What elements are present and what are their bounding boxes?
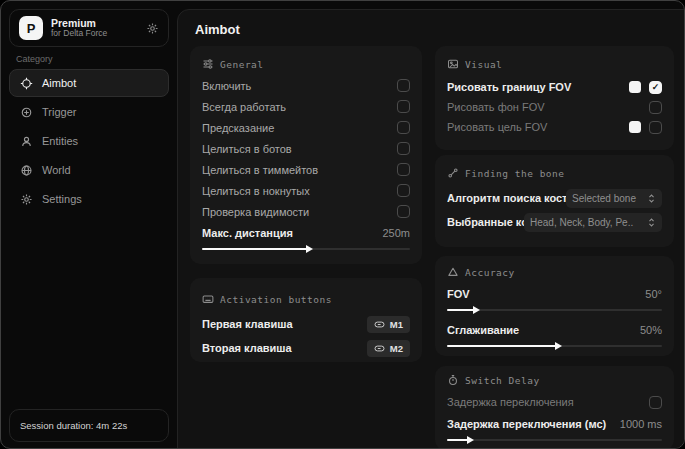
checkbox[interactable] (397, 163, 410, 176)
keybind-value: M2 (390, 343, 403, 354)
keybind-button[interactable]: M1 (367, 316, 410, 333)
sidebar-nav: Aimbot Trigger Entities (9, 69, 169, 213)
sidebar-item-trigger[interactable]: Trigger (9, 98, 169, 126)
gear-icon (19, 193, 33, 206)
checkbox[interactable] (397, 142, 410, 155)
mouse-icon (374, 343, 385, 354)
slider-label: Задержка переключения (мс) (447, 418, 606, 430)
sidebar-item-settings[interactable]: Settings (9, 185, 169, 213)
keyboard-icon (202, 293, 214, 305)
toggle-label: Включить (202, 80, 251, 92)
checkbox[interactable] (397, 121, 410, 134)
checkbox[interactable] (397, 100, 410, 113)
fov-slider-block: FOV 50° (447, 284, 662, 311)
slider-value: 250m (382, 227, 410, 239)
visual-label: Рисовать фон FOV (447, 101, 649, 113)
dropdown-row: Алгоритм поиска кост Selected bone (447, 186, 662, 210)
unfold-icon (647, 217, 656, 228)
switch-delay-slider-block: Задержка переключения (мс) 1000 ms (447, 414, 662, 441)
unfold-icon (647, 193, 656, 204)
visual-label: Рисовать границу FOV (447, 81, 629, 93)
selected-bones-select[interactable]: Head, Neck, Body, Pe.. (524, 213, 662, 232)
keybind-label: Первая клавиша (202, 318, 293, 330)
brand-card: P Premium for Delta Force (9, 9, 169, 47)
sliders-icon (202, 58, 214, 70)
trigger-icon (19, 106, 33, 119)
toggle-label: Целиться в тиммейтов (202, 164, 318, 176)
section-general-header: General (202, 55, 410, 73)
section-visual-header: Visual (447, 55, 662, 73)
visual-label: Рисовать цель FOV (447, 121, 629, 133)
toggle-label: Всегда работать (202, 101, 286, 113)
brand-logo: P (19, 16, 43, 40)
toggle-row: Целиться в нокнутых (202, 180, 410, 201)
checkbox[interactable] (649, 101, 662, 114)
checkbox[interactable] (397, 184, 410, 197)
crosshair-icon (19, 77, 33, 90)
keybind-button[interactable]: M2 (367, 340, 410, 357)
section-activation-buttons: Activation buttons Первая клавиша M1 Вто… (190, 278, 422, 362)
slider-value: 1000 ms (620, 418, 662, 430)
slider-value: 50° (645, 288, 662, 300)
toggle-label: Целиться в ботов (202, 143, 292, 155)
section-switch-header: Switch Delay (447, 371, 662, 389)
visual-row: Рисовать границу FOV (447, 77, 662, 97)
keybind-row: Вторая клавиша M2 (202, 336, 410, 360)
slider-value: 50% (640, 324, 662, 336)
entities-icon (19, 135, 33, 148)
stopwatch-icon (447, 374, 459, 386)
checkbox[interactable] (649, 81, 662, 94)
section-visual: Visual Рисовать границу FOV Рисовать фон… (435, 46, 674, 150)
brand-subtitle: for Delta Force (51, 29, 107, 39)
session-duration: Session duration: 4m 22s (9, 409, 169, 442)
color-swatch[interactable] (629, 81, 641, 93)
bone-algorithm-select[interactable]: Selected bone (566, 189, 662, 208)
category-label: Category (16, 54, 53, 64)
dropdown-label: Выбранные кос (447, 216, 524, 228)
keybind-value: M1 (390, 319, 403, 330)
section-title: General (220, 59, 264, 70)
slider-label: Сглаживание (447, 324, 519, 336)
checkbox[interactable] (397, 205, 410, 218)
section-title: Visual (465, 59, 502, 70)
section-accuracy-header: Accuracy (447, 263, 662, 281)
sidebar-item-entities[interactable]: Entities (9, 127, 169, 155)
triangle-icon (447, 266, 459, 278)
section-activation-header: Activation buttons (202, 290, 410, 308)
checkbox[interactable] (397, 79, 410, 92)
toggle-label: Проверка видимости (202, 206, 309, 218)
toggle-label: Предсказание (202, 122, 274, 134)
section-title: Switch Delay (465, 375, 540, 386)
section-finding-the-bone: Finding the bone Алгоритм поиска кост Se… (435, 155, 674, 247)
smoothing-slider[interactable] (447, 345, 662, 347)
main-panel: Aimbot General Включить Всегда работать (177, 9, 685, 449)
fov-slider[interactable] (447, 309, 662, 311)
section-title: Accuracy (465, 267, 515, 278)
slider-label: Макс. дистанция (202, 227, 293, 239)
toggle-row: Задержка переключения (447, 392, 662, 412)
sidebar-item-aimbot[interactable]: Aimbot (9, 69, 169, 97)
section-accuracy: Accuracy FOV 50° Сглаживание 50% (435, 256, 674, 356)
distance-slider[interactable] (202, 248, 410, 250)
sidebar-item-label: Settings (42, 193, 82, 205)
switch-delay-slider[interactable] (447, 439, 662, 441)
checkbox[interactable] (649, 121, 662, 134)
toggle-row: Всегда работать (202, 96, 410, 117)
session-duration-label: Session duration: 4m 22s (20, 420, 127, 431)
select-value: Head, Neck, Body, Pe.. (530, 217, 643, 228)
toggle-row: Проверка видимости (202, 201, 410, 222)
sidebar-item-label: World (42, 164, 71, 176)
image-icon (447, 58, 459, 70)
checkbox[interactable] (649, 396, 662, 409)
sidebar-item-world[interactable]: World (9, 156, 169, 184)
toggle-label: Целиться в нокнутых (202, 185, 310, 197)
visual-row: Рисовать цель FOV (447, 117, 662, 137)
dropdown-label: Алгоритм поиска кост (447, 192, 566, 204)
color-swatch[interactable] (629, 121, 641, 133)
distance-slider-block: Макс. дистанция 250m (202, 222, 410, 250)
gear-icon[interactable] (146, 22, 159, 35)
sidebar-item-label: Trigger (42, 106, 76, 118)
section-bone-header: Finding the bone (447, 164, 662, 182)
keybind-row: Первая клавиша M1 (202, 312, 410, 336)
toggle-row: Предсказание (202, 117, 410, 138)
